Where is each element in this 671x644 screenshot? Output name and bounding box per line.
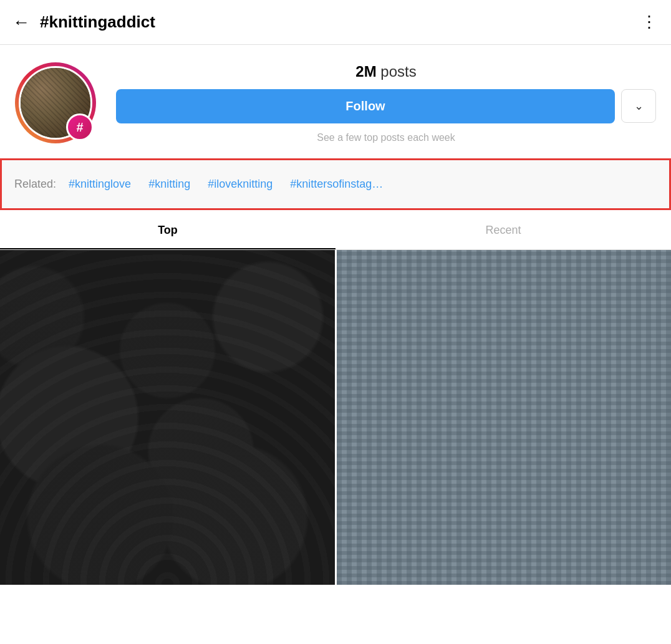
- see-posts-text: See a few top posts each week: [116, 132, 656, 143]
- posts-count: 2M posts: [116, 63, 656, 80]
- related-tag-knittersofinstagram[interactable]: #knittersofinstag…: [290, 178, 383, 191]
- more-button[interactable]: ⋮: [641, 12, 659, 32]
- related-tag-iloveknitting[interactable]: #iloveknitting: [208, 178, 273, 191]
- page-title: #knittingaddict: [40, 12, 641, 32]
- profile-info: 2M posts Follow ⌄ See a few top posts ea…: [96, 63, 656, 143]
- related-label: Related:: [14, 178, 56, 191]
- action-row: Follow ⌄: [116, 89, 656, 123]
- tab-recent[interactable]: Recent: [336, 213, 671, 249]
- related-tags: #knittinglove #knitting #iloveknitting #…: [69, 178, 383, 191]
- header: ← #knittingaddict ⋮: [0, 0, 671, 45]
- dropdown-button[interactable]: ⌄: [621, 89, 656, 123]
- related-inner: Related: #knittinglove #knitting #ilovek…: [14, 178, 657, 191]
- post-item-2[interactable]: [337, 250, 672, 585]
- tab-top[interactable]: Top: [0, 213, 336, 249]
- follow-button[interactable]: Follow: [116, 89, 615, 123]
- hashtag-badge: #: [66, 113, 94, 141]
- related-tag-knittinglove[interactable]: #knittinglove: [69, 178, 131, 191]
- posts-grid: [0, 250, 671, 585]
- avatar: #: [15, 62, 96, 143]
- back-button[interactable]: ←: [12, 14, 30, 31]
- tabs-section: Top Recent: [0, 213, 671, 250]
- post-image-1: [0, 250, 335, 585]
- chevron-down-icon: ⌄: [634, 99, 644, 113]
- post-image-2: [337, 250, 672, 585]
- profile-section: # 2M posts Follow ⌄ See a few top posts …: [0, 45, 671, 156]
- related-section: Related: #knittinglove #knitting #ilovek…: [0, 158, 671, 210]
- post-item-1[interactable]: [0, 250, 335, 585]
- related-tag-knitting[interactable]: #knitting: [148, 178, 190, 191]
